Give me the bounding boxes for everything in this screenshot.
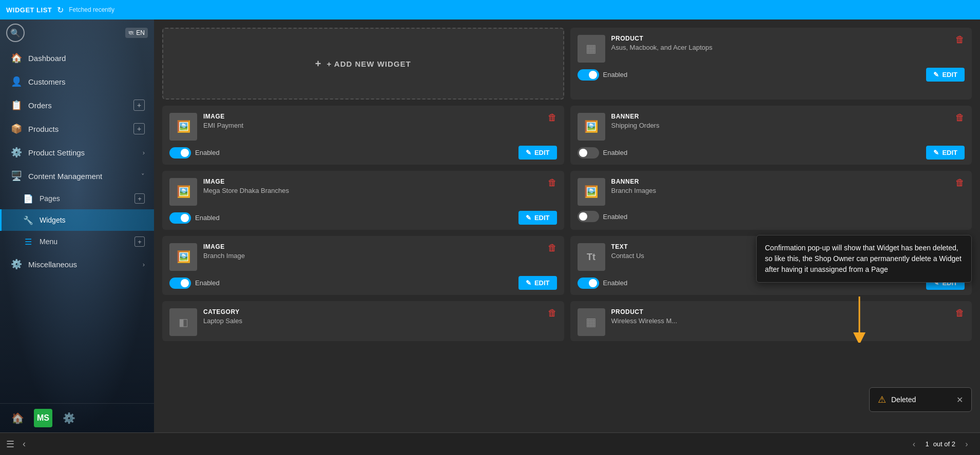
misc-label: Miscellaneous [28,260,137,269]
home-bottom-icon[interactable]: 🏠 [9,410,26,426]
pages-icon: 📄 [23,193,33,204]
widget-name-label: EMI Payment [203,122,542,129]
widget-type-label: BANNER [611,113,950,120]
arrow-down-icon [852,296,867,343]
page-number: 1 [925,440,929,448]
edit-label: EDIT [534,279,550,287]
back-arrow-icon[interactable]: ‹ [23,439,26,449]
widget-thumb: 🖼️ [578,113,605,141]
search-icon[interactable]: 🔍 [6,24,25,42]
products-add-button[interactable]: + [133,123,145,134]
next-page-button[interactable]: › [959,437,974,451]
widget-delete-button[interactable]: 🗑 [548,178,557,187]
widget-toggle[interactable] [578,69,599,81]
menu-label: Menu [40,238,57,246]
dashboard-label: Dashboard [28,54,145,63]
sidebar-item-products[interactable]: 📦 Products + [0,117,154,141]
widget-toggle[interactable] [169,212,191,224]
orders-icon: 📋 [11,100,22,111]
prev-page-button[interactable]: ‹ [907,437,921,451]
menu-add-button[interactable]: + [134,236,145,247]
edit-icon: ✎ [933,71,939,78]
menu-icon: ☰ [23,236,33,247]
sidebar-bottom: 🏠 MS ⚙️ [0,403,154,432]
tooltip-text: Confirmation pop-up will show that Widge… [765,244,962,273]
orders-add-button[interactable]: + [133,100,145,111]
product-settings-label: Product Settings [28,148,137,157]
widget-row-1: 🖼️ IMAGE EMI Payment 🗑 Enabled ✎ EDIT [162,106,972,165]
product-settings-chevron: › [143,149,145,156]
widget-edit-button[interactable]: ✎ EDIT [926,68,965,82]
widget-row-0: + + ADD NEW WIDGET ▦ PRODUCT Asus, Macbo… [162,28,972,100]
widget-edit-button[interactable]: ✎ EDIT [518,276,557,290]
settings-bottom-icon[interactable]: ⚙️ [61,410,77,426]
widget-thumb: 🖼️ [578,178,605,206]
edit-label: EDIT [942,71,957,78]
widget-thumb: ◧ [169,308,197,336]
widget-toggle[interactable] [578,147,599,159]
widget-card-top-product: ▦ PRODUCT Asus, Macbook, and Acer Laptop… [570,28,972,100]
pages-add-button[interactable]: + [134,193,145,204]
sidebar: 🔍 বাং EN 🏠 Dashboard 👤 Customers 📋 Order… [0,19,154,432]
widget-edit-button[interactable]: ✎ EDIT [518,146,557,160]
toast-close-button[interactable]: ✕ [956,395,963,405]
widget-thumb: ▦ [578,308,605,336]
lang-badge[interactable]: বাং EN [125,28,148,38]
add-icon: + [315,58,322,70]
widget-edit-button[interactable]: ✎ EDIT [926,146,965,160]
bottom-nav: ☰ ‹ ‹ 1 out of 2 › [0,432,980,455]
enabled-label: Enabled [603,149,628,156]
widget-type-label: PRODUCT [611,35,950,42]
widget-delete-button[interactable]: 🗑 [955,113,965,122]
customers-label: Customers [28,77,145,86]
edit-label: EDIT [534,149,550,156]
widget-delete-button[interactable]: 🗑 [955,308,965,318]
widget-name-label: Branch Images [611,187,950,194]
fetched-label: Fetched recently [69,6,114,13]
edit-label: EDIT [942,149,957,156]
widget-delete-button[interactable]: 🗑 [548,243,557,252]
sidebar-item-dashboard[interactable]: 🏠 Dashboard [0,46,154,70]
misc-icon: ⚙️ [11,259,22,270]
add-widget-button[interactable]: + + ADD NEW WIDGET [162,28,564,100]
widget-edit-button[interactable]: ✎ EDIT [518,211,557,225]
sidebar-item-customers[interactable]: 👤 Customers [0,70,154,93]
widget-delete-button[interactable]: 🗑 [548,308,557,318]
widget-delete-button[interactable]: 🗑 [955,35,965,44]
misc-chevron: › [143,261,145,268]
content-mgmt-icon: 🖥️ [11,170,22,182]
widget-delete-button[interactable]: 🗑 [955,178,965,187]
orders-label: Orders [28,101,127,110]
widget-card-image-branch: 🖼️ IMAGE Branch Image 🗑 Enabled ✎ EDIT [162,236,564,295]
widget-toggle[interactable] [578,211,599,222]
sidebar-item-pages[interactable]: 📄 Pages + [0,188,154,209]
sidebar-item-widgets[interactable]: 🔧 Widgets [0,209,154,231]
sidebar-item-content-management[interactable]: 🖥️ Content Management ˅ [0,164,154,188]
edit-icon: ✎ [526,279,531,287]
products-icon: 📦 [11,123,22,134]
deleted-toast: ⚠ Deleted ✕ [869,387,972,412]
widget-type-label: PRODUCT [611,308,950,315]
widget-toggle[interactable] [169,278,191,289]
widget-card-product-bottom: ▦ PRODUCT Wireless Wireless M... 🗑 [570,301,972,341]
tooltip-popup: Confirmation pop-up will show that Widge… [756,235,972,283]
widget-toggle[interactable] [578,278,599,289]
content-mgmt-label: Content Management [28,172,135,181]
edit-icon: ✎ [933,149,939,156]
widget-type-label: IMAGE [203,243,542,250]
content-area: + + ADD NEW WIDGET ▦ PRODUCT Asus, Macbo… [154,19,980,432]
sidebar-item-miscellaneous[interactable]: ⚙️ Miscellaneous › [0,252,154,276]
toast-text: Deleted [891,395,916,404]
widget-card-image-emi: 🖼️ IMAGE EMI Payment 🗑 Enabled ✎ EDIT [162,106,564,165]
widget-delete-button[interactable]: 🗑 [548,113,557,122]
sidebar-item-menu[interactable]: ☰ Menu + [0,231,154,252]
widget-toggle[interactable] [169,147,191,159]
enabled-label: Enabled [603,279,628,287]
sidebar-item-orders[interactable]: 📋 Orders + [0,93,154,117]
sidebar-item-product-settings[interactable]: ⚙️ Product Settings › [0,141,154,164]
widget-name-label: Asus, Macbook, and Acer Laptops [611,44,950,51]
refresh-icon[interactable]: ↻ [57,5,64,15]
widget-name-label: Mega Store Dhaka Branches [203,187,542,194]
hamburger-icon[interactable]: ☰ [6,439,14,450]
widgets-label: Widgets [40,216,66,224]
